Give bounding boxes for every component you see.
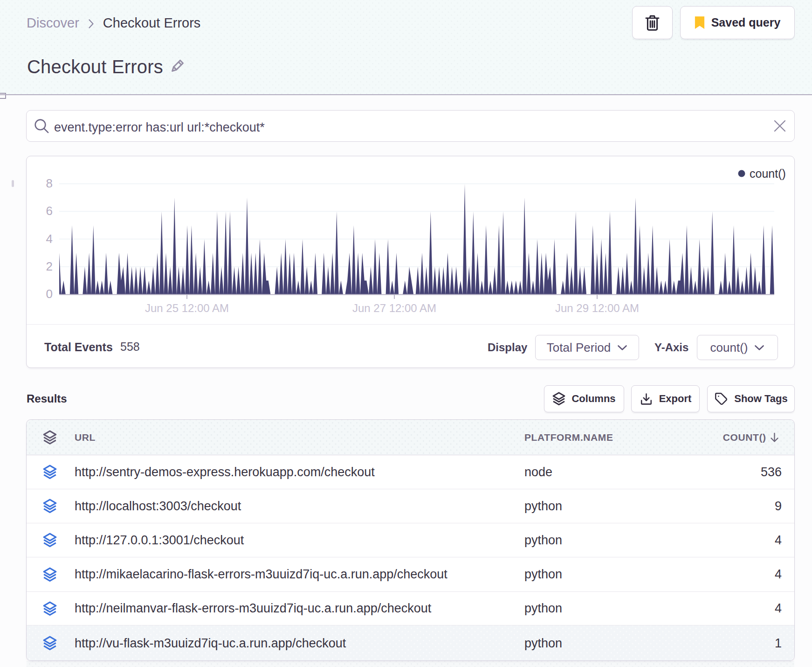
svg-text:8: 8: [46, 176, 53, 190]
svg-text:4: 4: [46, 232, 53, 246]
svg-text:0: 0: [46, 287, 53, 301]
svg-text:Jun 25 12:00 AM: Jun 25 12:00 AM: [145, 302, 229, 314]
svg-text:2: 2: [46, 259, 53, 273]
svg-text:6: 6: [46, 204, 53, 218]
svg-text:Jun 29 12:00 AM: Jun 29 12:00 AM: [555, 302, 639, 314]
svg-text:count(): count(): [750, 167, 786, 180]
svg-text:Jun 27 12:00 AM: Jun 27 12:00 AM: [352, 302, 436, 314]
